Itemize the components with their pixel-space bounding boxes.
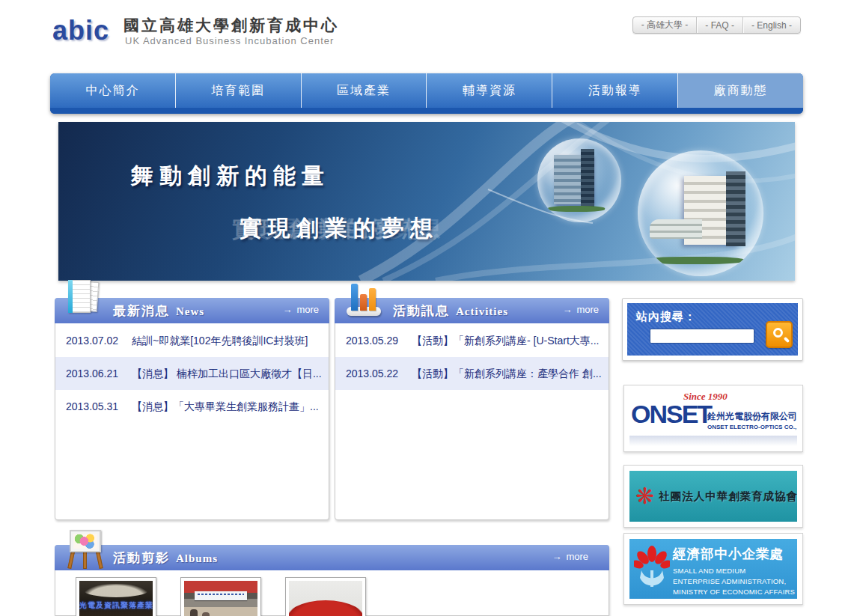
nav-item-guidance-resources[interactable]: 輔導資源 <box>426 73 552 108</box>
main-nav: 中心簡介 培育範圍 區域產業 輔導資源 活動報導 廠商動態 <box>50 73 803 114</box>
association-emblem-icon: ❋ <box>635 485 654 507</box>
news-title: 最新消息News <box>113 302 204 320</box>
news-documents-icon <box>67 280 101 317</box>
main-nav-items: 中心簡介 培育範圍 區域產業 輔導資源 活動報導 廠商動態 <box>50 73 803 108</box>
photo-sign-text: 光電及資訊聚落產業 <box>79 600 153 611</box>
news-header: 最新消息News →more <box>55 298 329 323</box>
album-thumbnail[interactable] <box>285 577 366 616</box>
magnifier-icon <box>773 328 783 338</box>
association-name: 社團法人中華創業育成協會 <box>659 490 797 504</box>
search-input[interactable] <box>650 329 754 344</box>
albums-title: 活動剪影Albums <box>113 549 218 567</box>
nav-item-regional-industry[interactable]: 區域產業 <box>301 73 427 108</box>
onset-company-en: ONSET ELECTRO-OPTICS CO., LTD. <box>707 424 797 430</box>
sponsor-logo-smea[interactable]: 經濟部中小企業處 SMALL AND MEDIUM ENTERPRISE ADM… <box>623 533 803 605</box>
sponsor-logo-onset[interactable]: Since 1990 ONSET 銓州光電股份有限公司 ONSET ELECTR… <box>623 385 803 452</box>
activity-row[interactable]: 2013.05.22【活動】「新創系列講座：產學合作 創... <box>335 357 609 390</box>
site-search-panel: 站內搜尋： <box>622 298 803 361</box>
more-arrow-icon: → <box>562 304 572 315</box>
nav-item-activity-reports[interactable]: 活動報導 <box>552 73 677 108</box>
bar-chart-icon <box>347 277 382 317</box>
site-logo[interactable]: abic <box>52 15 109 46</box>
news-row[interactable]: 2013.07.02結訓~即就業[102年先聘後訓IC封裝班] <box>55 324 329 357</box>
news-list: 2013.07.02結訓~即就業[102年先聘後訓IC封裝班] 2013.06.… <box>55 324 329 519</box>
activities-list: 2013.05.29【活動】「新創系列講座- [U-Start大專... 201… <box>335 324 609 519</box>
nav-bottom-strip <box>50 108 803 114</box>
news-more-link[interactable]: →more <box>282 304 319 315</box>
nav-item-about[interactable]: 中心簡介 <box>50 73 175 108</box>
album-thumbnail[interactable]: 光電及資訊聚落產業 <box>76 577 156 616</box>
top-link-faq[interactable]: - FAQ - <box>696 17 742 33</box>
more-arrow-icon: → <box>282 304 292 315</box>
albums-header: 活動剪影Albums →more <box>55 545 609 570</box>
activities-header: 活動訊息Activities →more <box>335 298 609 323</box>
top-link-university[interactable]: - 高雄大學 - <box>633 17 697 33</box>
top-link-english[interactable]: - English - <box>742 17 800 33</box>
nav-item-incubation-scope[interactable]: 培育範圍 <box>175 73 301 108</box>
nav-item-vendor-news[interactable]: 廠商動態 <box>677 73 803 108</box>
building-bubble-small <box>537 138 621 222</box>
search-label: 站內搜尋： <box>636 310 696 324</box>
news-row[interactable]: 2013.05.31【消息】「大專畢業生創業服務計畫」... <box>55 390 329 423</box>
site-title: 國立高雄大學創新育成中心 <box>123 15 339 36</box>
banner-slogan-2: 實現創業的夢想 <box>240 213 439 244</box>
top-link-bar: - 高雄大學 - - FAQ - - English - <box>632 16 801 34</box>
activities-more-link[interactable]: →more <box>562 304 599 315</box>
smea-flower-icon <box>634 545 670 594</box>
onset-wordmark: ONSET <box>631 400 711 429</box>
onset-company-cn: 銓州光電股份有限公司 <box>707 410 797 423</box>
activity-row[interactable]: 2013.05.29【活動】「新創系列講座- [U-Start大專... <box>335 324 609 357</box>
more-arrow-icon: → <box>552 551 561 562</box>
building-bubble-large <box>638 150 763 276</box>
smea-name-en: SMALL AND MEDIUM ENTERPRISE ADMINISTRATI… <box>673 566 795 597</box>
activities-panel: 活動訊息Activities →more 2013.05.29【活動】「新創系列… <box>335 298 609 520</box>
sponsor-logo-incubation-association[interactable]: ❋ 社團法人中華創業育成協會 <box>623 465 803 528</box>
smea-name-cn: 經濟部中小企業處 <box>673 545 784 563</box>
page: abic 國立高雄大學創新育成中心 UK Advanced Business I… <box>0 0 860 616</box>
hero-banner: 舞動創新的能量 實現創業的夢想 <box>58 122 795 281</box>
banner-slogan-1: 舞動創新的能量 <box>131 161 330 192</box>
news-panel: 最新消息News →more 2013.07.02結訓~即就業[102年先聘後訓… <box>55 298 329 520</box>
album-thumbnail[interactable] <box>180 577 261 616</box>
albums-panel: 活動剪影Albums →more 光電及資訊聚落產業 <box>55 545 609 616</box>
easel-icon <box>65 527 106 570</box>
site-search-inner: 站內搜尋： <box>627 303 798 356</box>
albums-more-link[interactable]: →more <box>552 551 588 562</box>
site-subtitle: UK Advanced Business Incubation Center <box>125 35 334 46</box>
search-button[interactable] <box>766 321 793 348</box>
activities-title: 活動訊息Activities <box>393 302 508 320</box>
news-row[interactable]: 2013.06.21【消息】 楠梓加工出口區大廠徵才【日... <box>55 357 329 390</box>
